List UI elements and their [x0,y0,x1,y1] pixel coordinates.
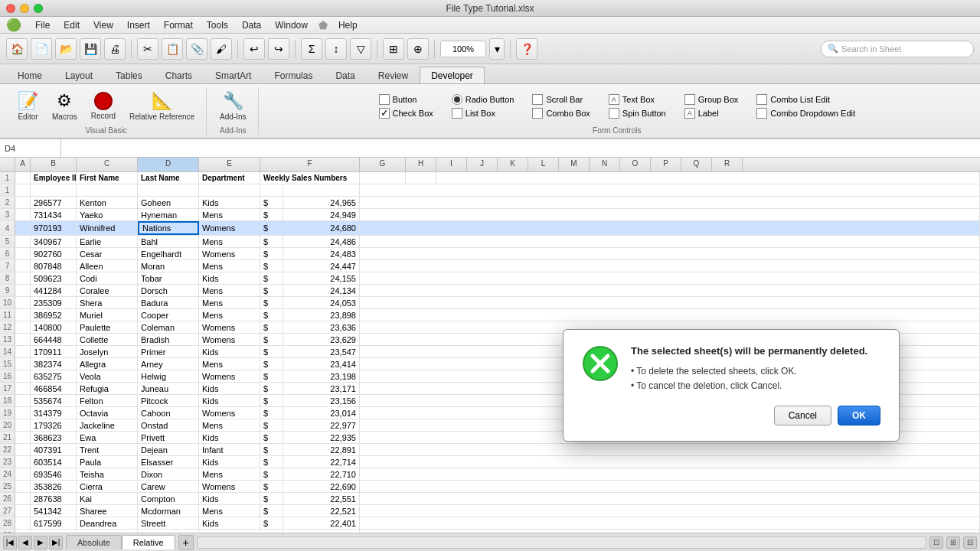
toolbar-paste[interactable]: 📎 [186,38,207,60]
cell-f2-13[interactable]: 23,629 [283,334,360,345]
cell-a1[interactable] [15,172,31,184]
cell-f1-28[interactable]: $ [260,517,283,529]
cell-c11[interactable]: Muriel [77,309,138,321]
cell-a2[interactable] [15,197,31,208]
toolbar-open[interactable]: 📂 [55,38,77,60]
cell-c4[interactable]: Winnifred [77,221,138,235]
cell-e25[interactable]: Womens [199,481,260,492]
cell-f1-20[interactable]: $ [260,419,283,431]
col-header-l[interactable]: L [528,158,559,171]
cell-rest-25[interactable] [360,481,980,492]
toolbar-format-painter[interactable]: 🖌 [211,38,232,60]
cell-a6[interactable] [15,248,31,259]
cell-d23[interactable]: Elsasser [138,456,199,468]
cell-b3[interactable]: 731434 [31,209,77,220]
cell-f2-1[interactable] [283,184,360,196]
cell-c15[interactable]: Allegra [77,358,138,370]
cell-c16[interactable]: Veola [77,370,138,382]
cell-f1-4[interactable]: $ [260,221,283,235]
cell-d16[interactable]: Helwig [138,370,199,382]
cell-c8[interactable]: Codi [77,272,138,284]
cell-a18[interactable] [15,395,31,406]
cell-f1-13[interactable]: $ [260,334,283,345]
cell-f2-8[interactable]: 24,155 [283,272,360,284]
col-header-r[interactable]: R [712,158,743,171]
cell-e19[interactable]: Womens [199,407,260,419]
cell-b11[interactable]: 386952 [31,309,77,321]
cell-b15[interactable]: 382374 [31,358,77,370]
tab-developer[interactable]: Developer [420,67,485,83]
cell-d5[interactable]: Bahl [138,236,199,247]
cell-a15[interactable] [15,358,31,370]
cell-d1[interactable] [138,184,199,196]
form-control-scrollbar[interactable]: Scroll Bar [532,94,590,105]
cell-d3[interactable]: Hyneman [138,209,199,220]
cell-f2-4[interactable]: 24,680 [283,221,360,235]
form-control-groupbox[interactable]: Group Box [684,94,739,105]
cell-c10[interactable]: Shera [77,297,138,308]
cell-a17[interactable] [15,383,31,394]
cell-b19[interactable]: 314379 [31,407,77,419]
menu-insert[interactable]: Insert [121,18,156,32]
cell-c6[interactable]: Cesar [77,248,138,259]
col-header-p[interactable]: P [651,158,681,171]
cell-d15[interactable]: Arney [138,358,199,370]
sheet-tab-add[interactable]: + [178,535,194,550]
tab-review[interactable]: Review [367,67,420,83]
cell-rest-3[interactable] [360,209,980,220]
cell-f2-27[interactable]: 22,521 [283,505,360,517]
cell-f1-24[interactable]: $ [260,468,283,480]
toolbar-help[interactable]: ❓ [516,38,537,60]
form-control-spinbutton[interactable]: Spin Button [609,108,666,119]
cell-e5[interactable]: Mens [199,236,260,247]
horizontal-scrollbar[interactable] [197,536,926,549]
cell-d11[interactable]: Cooper [138,309,199,321]
cell-d8[interactable]: Tobar [138,272,199,284]
btn-editor[interactable]: 📝 Editor [12,87,44,125]
cell-d22[interactable]: Dejean [138,444,199,455]
sheet-tab-absolute[interactable]: Absolute [66,535,122,549]
cell-b17[interactable]: 466854 [31,383,77,394]
toolbar-more[interactable]: ⊕ [407,38,429,60]
cell-c9[interactable]: Coralee [77,285,138,296]
cell-c2[interactable]: Kenton [77,197,138,208]
form-control-checkbox-item[interactable]: ✓ Check Box [379,108,433,119]
cell-e21[interactable]: Kids [199,432,260,443]
cell-f2-16[interactable]: 23,198 [283,370,360,382]
cell-a28[interactable] [15,517,31,529]
cell-d12[interactable]: Coleman [138,321,199,333]
dialog-cancel-button[interactable]: Cancel [774,406,831,425]
cell-f2-28[interactable]: 22,401 [283,517,360,529]
cell-g1[interactable] [360,172,406,184]
cell-c26[interactable]: Kai [77,493,138,504]
menu-file[interactable]: File [29,18,56,32]
col-header-q[interactable]: Q [681,158,712,171]
cell-b5[interactable]: 340967 [31,236,77,247]
cell-d26[interactable]: Compton [138,493,199,504]
cell-c20[interactable]: Jackeline [77,419,138,431]
cell-rest-2[interactable] [360,197,980,208]
cell-e28[interactable]: Kids [199,517,260,529]
menu-view[interactable]: View [87,18,119,32]
cell-a11[interactable] [15,309,31,321]
cell-f2-26[interactable]: 22,551 [283,493,360,504]
tab-data[interactable]: Data [324,67,366,83]
cell-rest-23[interactable] [360,456,980,468]
toolbar-copy[interactable]: 📋 [162,38,183,60]
col-header-d[interactable]: D [138,158,199,171]
cell-c5[interactable]: Earlie [77,236,138,247]
toolbar-cut[interactable]: ✂ [137,38,158,60]
form-control-combo-list-edit[interactable]: Combo List Edit [756,94,855,105]
cell-b10[interactable]: 235309 [31,297,77,308]
cell-a20[interactable] [15,419,31,431]
cell-f1-27[interactable]: $ [260,505,283,517]
cell-e2[interactable]: Kids [199,197,260,208]
sheet-nav-last[interactable]: ▶| [49,536,63,549]
cell-rest-11[interactable] [360,309,980,321]
view-page[interactable]: ⊟ [963,536,977,549]
cell-c14[interactable]: Joselyn [77,346,138,357]
cell-d9[interactable]: Dorsch [138,285,199,296]
cell-a7[interactable] [15,260,31,272]
cell-c28[interactable]: Deandrea [77,517,138,529]
form-control-listbox[interactable]: List Box [452,108,514,119]
